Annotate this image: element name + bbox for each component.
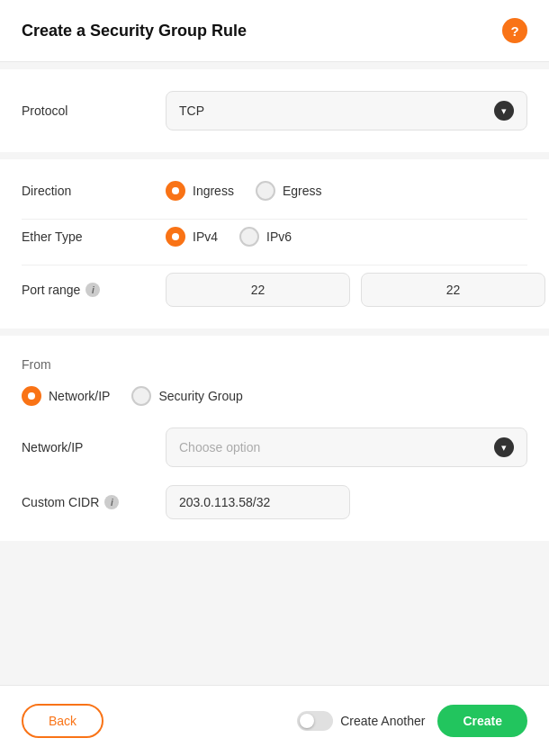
header: Create a Security Group Rule ? [0, 0, 549, 62]
protocol-value: TCP [179, 104, 204, 118]
custom-cidr-control [166, 485, 527, 519]
from-network-ip-radio[interactable] [22, 386, 41, 406]
divider-1 [22, 219, 527, 220]
protocol-select[interactable]: TCP ▾ [166, 91, 527, 130]
direction-label: Direction [22, 184, 166, 198]
protocol-chevron-icon: ▾ [494, 101, 514, 121]
network-ip-select[interactable]: Choose option ▾ [166, 428, 527, 467]
port-inputs [166, 273, 545, 307]
direction-egress-radio[interactable] [256, 181, 275, 201]
network-ip-row: Network/IP Choose option ▾ [22, 428, 527, 467]
network-ip-chevron-icon: ▾ [494, 437, 514, 457]
page-wrapper: Create a Security Group Rule ? Protocol … [0, 0, 549, 756]
from-section: From Network/IP Security Group Network/I… [0, 336, 549, 541]
from-security-group-option[interactable]: Security Group [131, 386, 242, 406]
port-range-row: Port range i [22, 273, 527, 307]
direction-ingress-option[interactable]: Ingress [166, 181, 234, 201]
back-button[interactable]: Back [22, 704, 104, 738]
page-title: Create a Security Group Rule [22, 22, 247, 40]
ether-ipv4-label: IPv4 [193, 230, 218, 244]
direction-ingress-label: Ingress [193, 184, 234, 198]
direction-egress-option[interactable]: Egress [256, 181, 322, 201]
from-network-ip-option[interactable]: Network/IP [22, 386, 110, 406]
help-icon[interactable]: ? [502, 18, 527, 43]
network-ip-label: Network/IP [22, 440, 166, 454]
network-ip-placeholder: Choose option [179, 440, 260, 454]
from-security-group-radio[interactable] [131, 386, 151, 406]
custom-cidr-input[interactable] [166, 485, 350, 519]
spacer [0, 541, 549, 678]
ether-ipv4-radio[interactable] [166, 227, 185, 247]
ether-ipv6-option[interactable]: IPv6 [239, 227, 292, 247]
ether-type-control: IPv4 IPv6 [166, 227, 527, 247]
footer-right: Create Another Create [297, 705, 527, 737]
create-another-toggle-switch[interactable] [297, 711, 333, 731]
ether-ipv4-option[interactable]: IPv4 [166, 227, 218, 247]
port-range-label: Port range i [22, 283, 166, 297]
port-range-control [166, 273, 545, 307]
port-range-from-input[interactable] [166, 273, 350, 307]
port-range-info-icon[interactable]: i [86, 283, 100, 297]
custom-cidr-label: Custom CIDR i [22, 495, 166, 509]
direction-egress-label: Egress [283, 184, 322, 198]
create-another-label: Create Another [340, 714, 425, 728]
footer: Back Create Another Create [0, 685, 549, 756]
protocol-row: Protocol TCP ▾ [22, 91, 527, 130]
protocol-section: Protocol TCP ▾ [0, 69, 549, 152]
from-security-group-label: Security Group [158, 389, 242, 403]
direction-ingress-radio[interactable] [166, 181, 185, 201]
direction-control: Ingress Egress [166, 181, 527, 201]
ether-ipv6-label: IPv6 [266, 230, 292, 244]
from-toggle-group: Network/IP Security Group [22, 386, 527, 406]
direction-row: Direction Ingress Egress [22, 181, 527, 201]
protocol-label: Protocol [22, 104, 166, 118]
custom-cidr-info-icon[interactable]: i [104, 495, 119, 509]
port-range-to-input[interactable] [361, 273, 545, 307]
ether-type-radio-group: IPv4 IPv6 [166, 227, 527, 247]
protocol-control: TCP ▾ [166, 91, 527, 130]
network-ip-control: Choose option ▾ [166, 428, 527, 467]
direction-radio-group: Ingress Egress [166, 181, 527, 201]
from-label: From [22, 357, 527, 372]
from-network-ip-label: Network/IP [49, 389, 110, 403]
toggle-knob [300, 714, 314, 728]
direction-section: Direction Ingress Egress Ether [0, 159, 549, 328]
ether-type-row: Ether Type IPv4 IPv6 [22, 227, 527, 247]
custom-cidr-row: Custom CIDR i [22, 485, 527, 519]
ether-type-label: Ether Type [22, 230, 166, 244]
ether-ipv6-radio[interactable] [239, 227, 259, 247]
create-button[interactable]: Create [437, 705, 527, 737]
create-another-toggle: Create Another [297, 711, 425, 731]
divider-2 [22, 265, 527, 266]
